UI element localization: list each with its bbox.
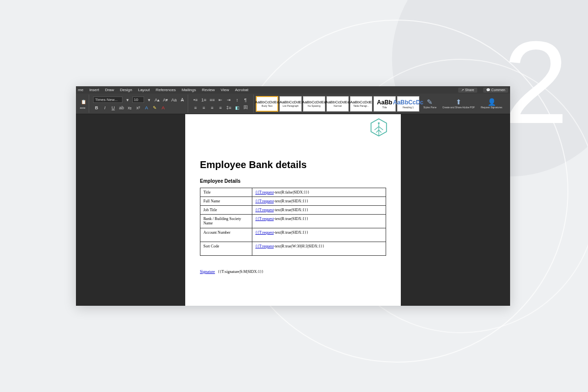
- justify-icon[interactable]: ≡: [217, 104, 224, 111]
- slide-number: 2: [503, 15, 568, 150]
- style-sample: AaBbCcDdEe: [302, 100, 326, 104]
- ribbon: 📋 aste ▾ ▾ A▴ A▾ Aa A̶ B I U ab x₂ x² A: [76, 94, 510, 114]
- menu-insert[interactable]: Insert: [89, 88, 99, 92]
- font-color-icon[interactable]: A: [143, 104, 150, 111]
- style-table-paragr-[interactable]: AaBbCcDdETable Paragr...: [350, 96, 372, 112]
- comment-label: Commen: [491, 88, 505, 92]
- subscript-icon[interactable]: x₂: [126, 104, 133, 111]
- document-page[interactable]: Employee Bank details Employee Details T…: [185, 114, 401, 306]
- table-row: Account Number{{T:request-text|R:true|SI…: [200, 228, 386, 242]
- styles-pane-button[interactable]: ✎ Styles Pane: [421, 98, 439, 109]
- template-tag: {{T:request: [255, 244, 274, 248]
- style-label: Body Text: [262, 104, 272, 107]
- multilevel-icon[interactable]: ≡≡: [209, 97, 216, 103]
- increase-font-icon[interactable]: A▴: [154, 97, 161, 103]
- field-value: {{T:request-text|R:true|SIDX:1}}: [252, 206, 386, 215]
- table-row: Job Title{{T:request-text|R:true|SIDX:1}…: [200, 206, 386, 215]
- signature-field: {{T:signature|S:M|SIDX:1}}: [218, 270, 264, 274]
- request-sig-label: Request Signatures: [481, 106, 502, 109]
- text-fill-icon[interactable]: A: [160, 104, 167, 111]
- svg-point-0: [378, 122, 380, 124]
- chevron-down-icon[interactable]: ▾: [124, 97, 131, 103]
- menu-home[interactable]: me: [78, 88, 83, 92]
- field-label: Sort Code: [200, 242, 252, 256]
- styles-gallery: AaBbCcDdEeBody TextAaBbCcDdEList Paragra…: [256, 96, 419, 112]
- request-signatures-button[interactable]: 👤 Request Signatures: [479, 98, 504, 109]
- company-logo-icon: [368, 117, 389, 138]
- template-tag: {{T:request: [255, 217, 274, 221]
- clipboard-group: 📋 aste: [78, 95, 89, 113]
- align-left-icon[interactable]: ≡: [192, 104, 199, 111]
- signature-label: Signature: [200, 270, 215, 274]
- borders-icon[interactable]: 田: [242, 104, 249, 111]
- style-body-text[interactable]: AaBbCcDdEeBody Text: [256, 96, 278, 112]
- comment-button[interactable]: 💬 Commen: [483, 88, 508, 93]
- paste-icon[interactable]: 📋: [80, 98, 87, 105]
- table-row: Full Name{{T:request-text|R:true|SIDX:1}…: [200, 197, 386, 206]
- style-sample: AaBbCcDdEe: [325, 100, 349, 104]
- menu-acrobat[interactable]: Acrobat: [235, 88, 248, 92]
- field-value: {{T:request-text|R:true|W:30|H:3|SIDX:1}…: [252, 242, 386, 256]
- menu-mailings[interactable]: Mailings: [182, 88, 196, 92]
- highlight-icon[interactable]: ✎: [151, 104, 158, 111]
- numbering-icon[interactable]: 1≡: [200, 97, 207, 103]
- increase-indent-icon[interactable]: ⇥: [225, 97, 232, 103]
- field-value: {{T:request-text|R:true|SIDX:1}}: [252, 215, 386, 228]
- align-right-icon[interactable]: ≡: [209, 104, 216, 111]
- line-spacing-icon[interactable]: ‡≡: [225, 104, 232, 111]
- change-case-icon[interactable]: Aa: [171, 97, 177, 103]
- underline-icon[interactable]: U: [110, 104, 117, 111]
- doc-section-heading: Employee Details: [200, 178, 386, 184]
- style-normal[interactable]: AaBbCcDdEeNormal: [326, 96, 349, 112]
- styles-pane-label: Styles Pane: [423, 106, 437, 109]
- style-label: Heading 1: [403, 106, 414, 109]
- bullets-icon[interactable]: •≡: [192, 97, 199, 103]
- field-value: {{T:request-text|R:true|SIDX:1}}: [252, 228, 386, 242]
- strikethrough-icon[interactable]: ab: [118, 104, 125, 111]
- style-label: Title: [382, 106, 387, 109]
- font-name-select[interactable]: [93, 97, 122, 103]
- menu-layout[interactable]: Layout: [138, 88, 150, 92]
- pdf-icon: ⬆: [456, 98, 462, 106]
- sort-icon[interactable]: ↕: [234, 97, 241, 103]
- employee-details-table: Title{{T:request-text|R:false|SIDX:1}}Fu…: [200, 188, 386, 256]
- share-button[interactable]: ↗ Share: [458, 88, 477, 93]
- paste-label: aste: [80, 106, 87, 109]
- superscript-icon[interactable]: x²: [135, 104, 142, 111]
- decrease-indent-icon[interactable]: ⇤: [217, 97, 224, 103]
- style-label: No Spacing: [308, 104, 320, 107]
- clear-format-icon[interactable]: A̶: [179, 97, 186, 103]
- shading-icon[interactable]: ◧: [234, 104, 241, 111]
- style-heading-[interactable]: AaBbCcDcHeading 1: [397, 96, 419, 112]
- styles-pane-icon: ✎: [427, 98, 433, 106]
- field-label: Title: [200, 188, 252, 197]
- menu-references[interactable]: References: [156, 88, 176, 92]
- align-center-icon[interactable]: ≡: [200, 104, 207, 111]
- template-tag: {{T:request: [255, 208, 274, 212]
- document-canvas[interactable]: Employee Bank details Employee Details T…: [76, 114, 510, 306]
- menu-draw[interactable]: Draw: [105, 88, 114, 92]
- style-label: Table Paragr...: [353, 104, 369, 107]
- bold-icon[interactable]: B: [93, 104, 100, 111]
- field-label: Account Number: [200, 228, 252, 242]
- table-row: Bank / Building Society Name{{T:request-…: [200, 215, 386, 228]
- field-label: Job Title: [200, 206, 252, 215]
- style-list-paragraph[interactable]: AaBbCcDdEList Paragraph: [279, 96, 302, 112]
- menu-view[interactable]: View: [220, 88, 229, 92]
- style-sample: AaBbCcDdE: [350, 100, 372, 104]
- italic-icon[interactable]: I: [101, 104, 108, 111]
- style-sample: AaBb: [377, 99, 392, 106]
- style-no-spacing[interactable]: AaBbCcDdEeNo Spacing: [303, 96, 325, 112]
- template-tag: {{T:request: [255, 230, 274, 235]
- menu-design[interactable]: Design: [120, 88, 132, 92]
- chevron-down-icon[interactable]: ▾: [146, 97, 152, 103]
- menu-review[interactable]: Review: [202, 88, 215, 92]
- style-label: List Paragraph: [283, 104, 299, 107]
- pilcrow-icon[interactable]: ¶: [242, 97, 249, 103]
- font-group: ▾ ▾ A▴ A▾ Aa A̶ B I U ab x₂ x² A ✎ A: [91, 95, 188, 113]
- signature-line: Signature {{T:signature|S:M|SIDX:1}}: [200, 270, 386, 274]
- field-value: {{T:request-text|R:false|SIDX:1}}: [252, 188, 386, 197]
- decrease-font-icon[interactable]: A▾: [162, 97, 169, 103]
- create-pdf-button[interactable]: ⬆ Create and Share Adobe PDF: [441, 98, 477, 109]
- font-size-select[interactable]: [132, 97, 144, 103]
